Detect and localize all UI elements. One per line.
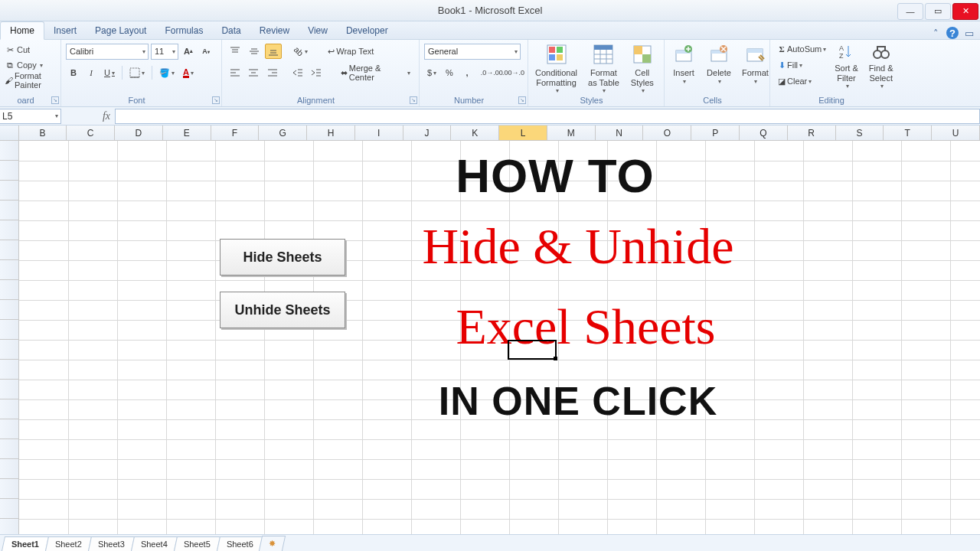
tab-view[interactable]: View [299,22,337,39]
svg-rect-30 [557,54,563,60]
orientation-button[interactable]: ab [291,44,311,59]
underline-button[interactable]: U [101,65,118,80]
format-cells-button[interactable]: Format [737,40,774,103]
col-header-N[interactable]: N [596,126,644,140]
col-header-L[interactable]: L [499,126,547,140]
sheet-tab[interactable]: Sheet1 [2,536,49,551]
align-right-icon[interactable] [264,65,280,80]
help-icon[interactable]: ? [946,27,959,39]
col-header-M[interactable]: M [547,126,596,140]
col-header-P[interactable]: P [691,126,740,140]
align-bottom-icon[interactable] [265,44,282,59]
font-dialog-icon[interactable]: ↘ [212,96,220,104]
col-header-D[interactable]: D [115,126,163,140]
copy-icon: ⧉ [5,60,15,70]
format-painter-button[interactable]: 🖌Format Painter [5,73,56,88]
fill-color-button[interactable]: 🪣 [156,65,178,80]
close-button[interactable]: ✕ [952,3,978,20]
col-header-C[interactable]: C [67,126,115,140]
col-header-R[interactable]: R [788,126,836,140]
col-header-B[interactable]: B [19,126,67,140]
number-format-combo[interactable]: General [424,44,521,60]
percent-button[interactable]: % [442,65,457,80]
sheet-tab[interactable]: Sheet2 [45,536,92,551]
increase-indent-icon[interactable] [308,65,324,80]
cut-button[interactable]: ✂Cut [5,42,56,57]
name-box[interactable]: L5 [0,109,61,124]
cell-styles-button[interactable]: CellStyles [625,40,660,103]
insert-cells-button[interactable]: Insert [666,40,701,103]
italic-button[interactable]: I [83,65,99,80]
col-header-T[interactable]: T [884,126,932,140]
col-header-E[interactable]: E [163,126,211,140]
number-dialog-icon[interactable]: ↘ [518,96,526,104]
col-header-G[interactable]: G [259,126,307,140]
font-name-combo[interactable]: Calibri [66,44,149,60]
find-select-button[interactable]: Find &Select [864,40,899,95]
col-header-I[interactable]: I [355,126,403,140]
group-label: Styles [528,96,655,105]
tab-review[interactable]: Review [250,22,299,39]
wrap-text-button[interactable]: ↩Wrap Text [322,44,377,59]
tab-formulas[interactable]: Formulas [155,22,212,39]
sheet-tab[interactable]: Sheet6 [217,536,263,551]
sort-filter-button[interactable]: AZ Sort &Filter [829,40,864,95]
bold-button[interactable]: B [66,65,81,80]
align-middle-icon[interactable] [246,44,263,59]
sheet-tab[interactable]: Sheet4 [131,536,178,551]
increase-font-icon[interactable]: A▴ [181,44,196,59]
col-header-Q[interactable]: Q [740,126,788,140]
align-center-icon[interactable] [245,65,261,80]
select-all-corner[interactable] [0,126,19,140]
col-header-K[interactable]: K [451,126,499,140]
sheet-tab[interactable]: Sheet3 [88,536,135,551]
svg-point-51 [881,51,889,58]
window-options-icon[interactable]: ▭ [963,27,975,39]
clipboard-dialog-icon[interactable]: ↘ [51,96,59,104]
col-header-O[interactable]: O [643,126,691,140]
tab-insert[interactable]: Insert [44,22,86,39]
clear-button[interactable]: ◪Clear [773,73,829,89]
tab-page-layout[interactable]: Page Layout [86,22,155,39]
font-size-combo[interactable]: 11 [151,44,178,60]
col-header-U[interactable]: U [932,126,980,140]
autosum-button[interactable]: ΣAutoSum [773,41,829,57]
sheet-tab[interactable]: Sheet5 [174,536,220,551]
format-as-table-button[interactable]: Formatas Table [583,40,625,103]
increase-decimal-icon[interactable]: .0→.00 [482,65,501,80]
minimize-ribbon-icon[interactable]: ˄ [929,27,942,39]
fill-button[interactable]: ⬇Fill [773,57,829,73]
col-header-F[interactable]: F [211,126,260,140]
unhide-sheets-button[interactable]: Unhide Sheets [220,292,345,328]
align-left-icon[interactable] [227,65,243,80]
font-color-button[interactable]: A [180,65,197,80]
tab-developer[interactable]: Developer [337,22,397,39]
active-cell[interactable] [508,340,557,360]
col-header-S[interactable]: S [836,126,884,140]
borders-button[interactable] [126,65,148,80]
fx-icon[interactable]: fx [61,110,115,122]
binoculars-icon [871,42,891,62]
decrease-decimal-icon[interactable]: .00→.0 [504,65,523,80]
tab-data[interactable]: Data [212,22,250,39]
cell-styles-icon [630,42,655,67]
decrease-indent-icon[interactable] [289,65,305,80]
hide-sheets-button[interactable]: Hide Sheets [220,239,345,276]
currency-button[interactable]: $ [424,65,439,80]
decrease-font-icon[interactable]: A▾ [198,44,214,59]
minimize-button[interactable]: — [897,3,923,20]
new-sheet-button[interactable]: ✸ [259,536,286,551]
svg-text:A: A [839,44,844,52]
alignment-dialog-icon[interactable]: ↘ [410,96,417,104]
tab-home[interactable]: Home [0,21,44,40]
col-header-J[interactable]: J [403,126,452,140]
formula-input[interactable] [115,109,980,124]
copy-button[interactable]: ⧉Copy [5,57,56,73]
merge-center-button[interactable]: ⬌Merge & Center [335,65,414,80]
conditional-formatting-button[interactable]: ConditionalFormatting [530,40,583,103]
restore-button[interactable]: ▭ [925,3,951,20]
delete-cells-button[interactable]: Delete [701,40,737,103]
col-header-H[interactable]: H [307,126,355,140]
align-top-icon[interactable] [227,44,243,59]
comma-button[interactable]: , [459,65,475,80]
